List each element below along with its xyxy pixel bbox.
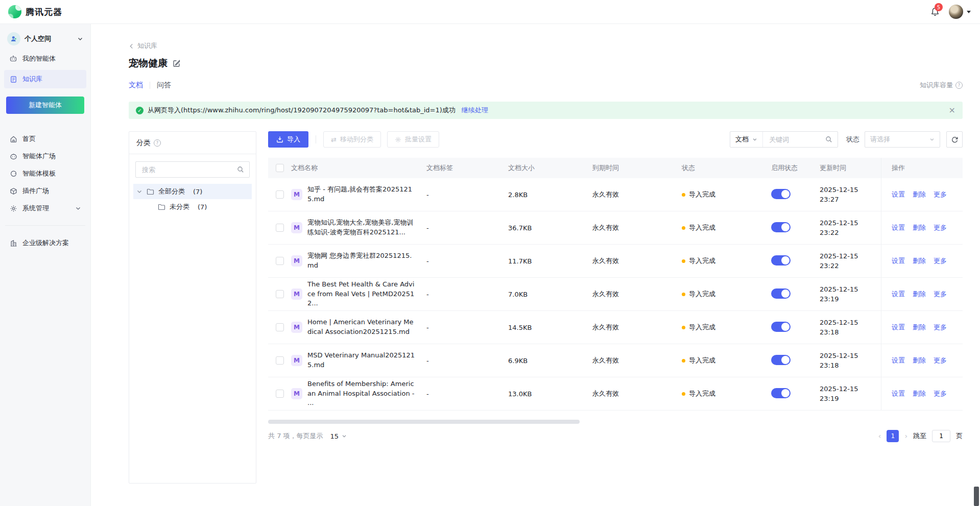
sidebar-item-label: 插件广场 [22,186,49,196]
banner-text: 从网页导入(https://www.zhihu.com/ring/host/19… [148,106,456,115]
new-agent-button[interactable]: 新建智能体 [6,97,84,114]
row-action-more[interactable]: 更多 [934,190,947,199]
row-action-delete[interactable]: 删除 [913,323,926,332]
row-action-more[interactable]: 更多 [934,223,947,232]
row-action-delete[interactable]: 删除 [913,389,926,398]
chevron-down-icon[interactable] [136,188,142,195]
tree-item-all-categories[interactable]: 全部分类 (7) [133,184,252,199]
sidebar-item-agent-templates[interactable]: 智能体模板 [4,165,86,182]
status-filter-select[interactable]: 请选择 [865,131,940,148]
document-name[interactable]: 宠物知识,宠物大全,宠物美容,宠物训练知识-波奇宠物百科2025121... [307,218,417,237]
row-action-delete[interactable]: 删除 [913,356,926,365]
sidebar-item-agent-plaza[interactable]: 智能体广场 [4,148,86,165]
row-checkbox[interactable] [276,190,284,199]
row-action-settings[interactable]: 设置 [892,190,905,199]
row-action-settings[interactable]: 设置 [892,323,905,332]
status-dot [682,259,685,263]
move-to-category-button[interactable]: ⇄ 移动到分类 [323,131,381,148]
enable-toggle[interactable] [771,222,791,232]
row-action-delete[interactable]: 删除 [913,223,926,232]
row-checkbox[interactable] [276,323,284,331]
category-search[interactable] [135,161,250,178]
row-action-delete[interactable]: 删除 [913,290,926,299]
edit-title-button[interactable] [173,59,181,67]
chevron-down-icon [967,11,971,13]
row-action-settings[interactable]: 设置 [892,389,905,398]
document-name[interactable]: The Best Pet Health & Care Advice from R… [307,280,417,309]
enable-toggle[interactable] [771,322,791,332]
row-action-delete[interactable]: 删除 [913,190,926,199]
row-checkbox[interactable] [276,390,284,398]
status-text: 导入完成 [689,356,715,365]
import-button[interactable]: 导入 [268,131,308,148]
document-name[interactable]: 知乎 - 有问题,就会有答案20251215.md [307,185,417,204]
tree-item-uncategorized[interactable]: 未分类 (7) [133,199,252,214]
document-name[interactable]: Benefits of Membership: American Animal … [307,379,417,408]
row-checkbox[interactable] [276,290,284,298]
row-action-more[interactable]: 更多 [934,356,947,365]
horizontal-scrollbar-thumb[interactable] [268,420,580,424]
enable-toggle[interactable] [771,355,791,365]
row-action-delete[interactable]: 删除 [913,256,926,266]
close-icon[interactable]: × [949,106,955,114]
refresh-button[interactable] [946,131,963,148]
jump-page-input[interactable] [932,430,950,442]
workspace-switcher[interactable]: 个人空间 [4,30,86,47]
jump-label: 跳至 [913,431,926,441]
markdown-file-icon: M [291,322,302,333]
search-icon[interactable] [825,136,832,143]
next-page-button[interactable]: › [904,432,907,440]
chevron-down-icon [342,433,347,439]
sidebar-item-knowledge-base[interactable]: 知识库 [4,70,86,88]
sidebar-item-enterprise[interactable]: 企业级解决方案 [4,234,86,252]
avatar [949,5,963,19]
page-number-button[interactable]: 1 [887,430,899,442]
batch-settings-button[interactable]: 批量设置 [387,131,439,148]
row-action-more[interactable]: 更多 [934,389,947,398]
row-action-more[interactable]: 更多 [934,290,947,299]
status-text: 导入完成 [689,389,715,398]
row-action-more[interactable]: 更多 [934,256,947,266]
enable-toggle[interactable] [771,288,791,299]
select-all-checkbox[interactable] [276,164,284,172]
row-actions: 设置删除更多 [881,211,963,244]
prev-page-button[interactable]: ‹ [878,432,881,440]
sidebar-item-system-admin[interactable]: 系统管理 [4,200,86,217]
document-name[interactable]: MSD Veterinary Manual20251215.md [307,351,417,370]
row-action-more[interactable]: 更多 [934,323,947,332]
category-search-input[interactable] [141,165,237,174]
keyword-input[interactable] [768,135,825,144]
breadcrumb[interactable]: 知识库 [129,41,157,51]
row-action-settings[interactable]: 设置 [892,256,905,266]
row-checkbox[interactable] [276,356,284,365]
row-action-settings[interactable]: 设置 [892,290,905,299]
document-tag: - [426,291,508,298]
tab-qa[interactable]: 问答 [157,81,171,90]
question-circle-icon: ? [955,82,963,89]
workspace-avatar-icon [7,32,20,45]
tab-documents[interactable]: 文档 [129,81,143,90]
document-name[interactable]: 宠物网 您身边养宠社群20251215.md [307,251,417,271]
sidebar-item-home[interactable]: 首页 [4,130,86,148]
page-size-select[interactable]: 15 [330,432,347,440]
search-type-select[interactable]: 文档 [730,132,763,147]
sidebar-item-plugin-plaza[interactable]: 插件广场 [4,182,86,200]
row-action-settings[interactable]: 设置 [892,223,905,232]
vertical-scrollbar-thumb[interactable] [974,487,979,506]
enable-toggle[interactable] [771,255,791,266]
row-action-settings[interactable]: 设置 [892,356,905,365]
enable-toggle[interactable] [771,388,791,398]
capacity-info[interactable]: 知识库容量 ? [920,81,963,90]
folder-icon [158,204,165,210]
user-menu[interactable] [949,5,971,19]
updated-time: 2025-12-15 23:18 [820,351,881,371]
continue-processing-link[interactable]: 继续处理 [462,106,488,115]
document-name[interactable]: Home | American Veterinary Medical Assoc… [307,318,417,337]
notification-bell[interactable]: 5 [930,7,940,16]
enable-toggle[interactable] [771,189,791,199]
sidebar-item-my-agents[interactable]: 我的智能体 [4,50,86,68]
row-checkbox[interactable] [276,257,284,265]
row-actions: 设置删除更多 [881,377,963,410]
row-actions: 设置删除更多 [881,178,963,211]
row-checkbox[interactable] [276,224,284,232]
